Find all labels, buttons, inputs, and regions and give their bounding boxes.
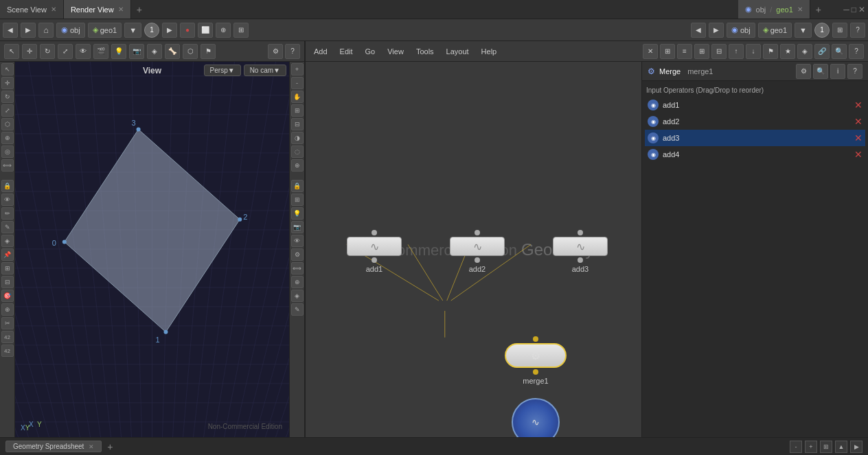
input-row-add3[interactable]: ◉ add3 ✕ — [645, 130, 865, 146]
play-btn[interactable]: ▶ — [162, 23, 177, 38]
window-minimize[interactable]: ─ — [843, 5, 849, 14]
rotate-tool[interactable]: ↻ — [40, 44, 55, 59]
bottom-tab-add[interactable]: + — [107, 441, 113, 452]
stash-icon[interactable]: ⊕ — [1, 303, 14, 316]
r-lock-icon[interactable]: 🔒 — [291, 180, 304, 192]
light-icon[interactable]: 💡 — [291, 207, 304, 220]
menu-tools[interactable]: Tools — [412, 46, 438, 57]
snap-btn[interactable]: ⊕ — [216, 23, 231, 38]
cam2-icon[interactable]: 📷 — [291, 221, 304, 233]
snap2-icon[interactable]: ⊕ — [291, 276, 304, 288]
tab-close-scene[interactable]: ✕ — [51, 5, 56, 13]
geo-tool[interactable]: ◈ — [147, 44, 162, 59]
bottom-right-scroll[interactable]: ▶ — [850, 441, 863, 453]
view2-icon[interactable]: 👁 — [291, 235, 304, 247]
export-icon[interactable]: ↑ — [729, 44, 744, 59]
num42-icon[interactable]: 42 — [1, 331, 14, 343]
geo-btn-right[interactable]: ◈ geo1 — [758, 23, 792, 38]
disp-icon[interactable]: ⊕ — [291, 159, 304, 172]
node-merge1[interactable]: ⚙ merge1 — [505, 336, 567, 385]
bottom-zoom-out[interactable]: - — [790, 441, 802, 453]
star-icon[interactable]: ★ — [780, 44, 795, 59]
params-search-icon[interactable]: 🔍 — [813, 64, 828, 79]
mark-icon[interactable]: ✎ — [1, 221, 14, 233]
pick-icon[interactable]: ✎ — [291, 303, 304, 316]
params-settings-icon[interactable]: ⚙ — [796, 64, 811, 79]
view-tool[interactable]: 👁 — [76, 44, 91, 59]
tab-render-view[interactable]: Render View ✕ — [64, 0, 131, 19]
persp-btn[interactable]: Persp▼ — [204, 65, 241, 76]
import-icon[interactable]: ↓ — [746, 44, 761, 59]
bottom-fit[interactable]: ⊞ — [820, 441, 832, 453]
bottom-tab-spreadsheet[interactable]: Geometry Spreadsheet ✕ — [5, 441, 102, 452]
obj-btn-right[interactable]: ◉ obj — [727, 23, 755, 38]
display-btn[interactable]: ⊞ — [233, 23, 249, 38]
lights-tool[interactable]: 💡 — [111, 44, 126, 59]
detail-tool[interactable]: ⚑ — [201, 44, 216, 59]
input-del-add1[interactable]: ✕ — [854, 100, 863, 110]
wire-icon[interactable]: ⊟ — [291, 118, 304, 130]
menu-edit[interactable]: Edit — [336, 46, 357, 57]
close-icon-r[interactable]: ✕ — [643, 44, 658, 59]
grid2-icon[interactable]: ⊟ — [711, 44, 727, 59]
bottom-tab-close[interactable]: ✕ — [89, 443, 94, 450]
zoom-in-icon[interactable]: + — [291, 63, 304, 75]
path-dropdown-right[interactable]: ▼ — [795, 23, 812, 38]
window-maximize[interactable]: □ — [852, 5, 856, 14]
nocam-btn[interactable]: No cam▼ — [244, 65, 286, 76]
num42b-icon[interactable]: 42 — [1, 345, 14, 357]
window-close[interactable]: ✕ — [858, 5, 865, 14]
input-del-add4[interactable]: ✕ — [854, 149, 863, 160]
home-icon[interactable]: ⌂ — [38, 23, 54, 38]
help2-icon[interactable]: ? — [849, 44, 864, 59]
render-tool[interactable]: 🎬 — [93, 44, 108, 59]
xray-icon[interactable]: ◌ — [291, 145, 304, 158]
rotate-icon[interactable]: ↻ — [1, 91, 14, 103]
soft-icon[interactable]: ◎ — [1, 145, 14, 158]
flag-icon[interactable]: ⚑ — [763, 44, 778, 59]
scale-tool[interactable]: ⤢ — [58, 44, 73, 59]
input-row-add2[interactable]: ◉ add2 ✕ — [645, 113, 865, 130]
net-icon[interactable]: ⊞ — [1, 262, 14, 275]
menu-go[interactable]: Go — [361, 46, 380, 57]
help-icon-right[interactable]: ? — [850, 23, 865, 38]
input-del-add2[interactable]: ✕ — [854, 116, 863, 127]
back-btn[interactable]: ◀ — [3, 23, 18, 38]
scale-icon[interactable]: ⤢ — [1, 104, 14, 117]
link-icon[interactable]: 🔗 — [814, 44, 830, 59]
align-icon[interactable]: ⊟ — [1, 276, 14, 288]
sym-icon[interactable]: ⟺ — [1, 159, 14, 172]
tab-add-left[interactable]: + — [131, 4, 148, 15]
forward-btn[interactable]: ▶ — [21, 23, 36, 38]
pin-icon[interactable]: 📌 — [1, 248, 14, 261]
zoom-out-icon[interactable]: - — [291, 77, 304, 89]
snap-icon[interactable]: ⊕ — [1, 132, 14, 144]
pan-icon[interactable]: ✋ — [291, 91, 304, 103]
params-info-icon[interactable]: i — [830, 64, 845, 79]
fit-icon[interactable]: ⊞ — [291, 104, 304, 117]
viewport-3d[interactable]: View Persp▼ No cam▼ Non-Commercial Editi… — [15, 62, 289, 437]
menu-help[interactable]: Help — [477, 46, 501, 57]
shade-icon[interactable]: ◑ — [291, 132, 304, 144]
record-btn[interactable]: ● — [180, 23, 195, 38]
obj2-icon[interactable]: ◈ — [291, 290, 304, 302]
select-tool[interactable]: ↖ — [4, 44, 19, 59]
tool-help[interactable]: ? — [285, 44, 300, 59]
node-add3[interactable]: ∿ add3 — [553, 230, 608, 273]
node-add1[interactable]: ∿ add1 — [347, 230, 402, 273]
menu-add[interactable]: Add — [310, 46, 332, 57]
bone-tool[interactable]: 🦴 — [165, 44, 180, 59]
transform-tool[interactable]: ✛ — [22, 44, 37, 59]
grid-icon[interactable]: ⊞ — [291, 194, 304, 206]
input-del-add3[interactable]: ✕ — [854, 132, 863, 143]
frame-btn[interactable]: ⬜ — [198, 23, 213, 38]
node-add2[interactable]: ∿ add2 — [450, 230, 505, 273]
forward-btn-right[interactable]: ▶ — [709, 23, 724, 38]
bottom-zoom-in[interactable]: + — [805, 441, 817, 453]
geo-btn-left[interactable]: ◈ geo1 — [88, 23, 122, 38]
tool-settings[interactable]: ⚙ — [268, 44, 283, 59]
handle-tool[interactable]: ⬡ — [183, 44, 198, 59]
poly-icon[interactable]: ⬡ — [1, 118, 14, 130]
table-icon[interactable]: ⊞ — [694, 44, 709, 59]
sel-icon2[interactable]: ◈ — [1, 235, 14, 247]
